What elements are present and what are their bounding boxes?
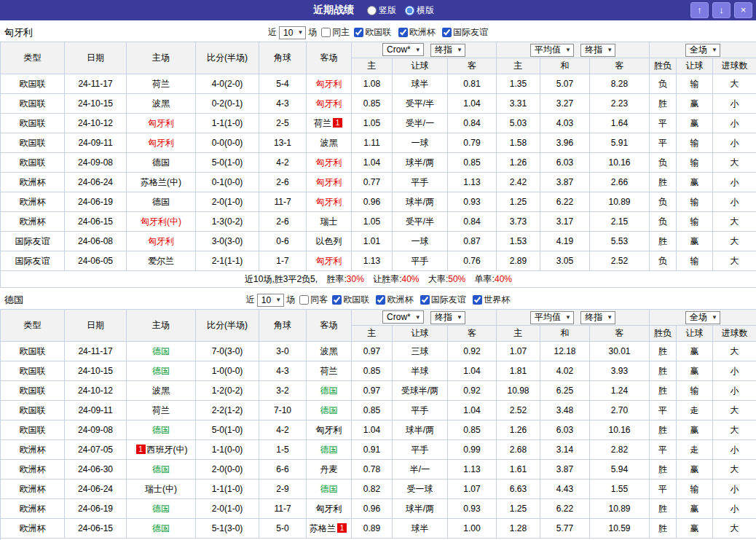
goals-result-cell: 小: [713, 480, 756, 499]
table-row: 欧洲杯 24-06-30 德国 2-0(0-0) 6-6 丹麦 0.78 半/一…: [1, 460, 756, 480]
avg-home-cell: 3.73: [497, 212, 540, 232]
same-away-checkbox-input[interactable]: [299, 295, 309, 305]
avg-away-cell: 10.16: [590, 153, 650, 173]
league-type-cell: 国际友谊: [1, 232, 65, 251]
home-team-cell: 匈牙利(中): [127, 212, 196, 232]
avg-home-cell: 3.31: [497, 94, 540, 114]
score-cell: 2-1(1-1): [196, 251, 259, 271]
league-filter-checkbox[interactable]: 欧国联: [328, 294, 369, 306]
odds-stage-select[interactable]: 终指▼: [430, 311, 465, 324]
league-type-cell: 欧国联: [1, 74, 65, 94]
col-type: 类型: [1, 42, 65, 74]
league-checkbox-input[interactable]: [354, 28, 363, 37]
result-cell: 平: [650, 440, 677, 460]
odds-stage-select[interactable]: 终指▼: [430, 44, 465, 57]
home-team-name: 匈牙利: [148, 236, 174, 246]
result-cell: 胜: [650, 499, 677, 519]
league-filter-checkbox[interactable]: 国际友谊: [438, 26, 488, 39]
handicap-result-cell: 输: [677, 133, 713, 153]
team-name: 德国: [4, 294, 23, 307]
horizontal-radio-input[interactable]: [405, 6, 414, 15]
col-avg-draw: 和: [540, 58, 590, 74]
home-team-name: 德国: [152, 366, 170, 376]
league-filter-checkbox[interactable]: 国际友谊: [416, 294, 466, 306]
odds-home-cell: 0.96: [352, 499, 393, 519]
corner-cell: 11-7: [259, 499, 307, 519]
average-stage-select[interactable]: 终指▼: [580, 311, 615, 324]
chevron-down-icon: ▼: [415, 47, 421, 53]
home-team-cell: 德国: [127, 460, 196, 480]
home-team-name: 波黑: [152, 386, 170, 396]
stat-odd-rate: 单率:40%: [475, 274, 512, 284]
score-cell: 1-2(0-2): [196, 381, 259, 401]
home-team-cell: 德国: [127, 420, 196, 440]
table-row: 欧洲杯 24-07-05 1西班牙(中) 1-1(0-0) 1-5 德国 0.9…: [1, 440, 756, 460]
goals-result-cell: 大: [713, 251, 756, 271]
home-team-cell: 波黑: [127, 94, 196, 114]
view-vertical-radio[interactable]: 竖版: [367, 4, 396, 17]
full-match-select[interactable]: 全场▼: [685, 311, 720, 324]
average-select[interactable]: 平均值▼: [530, 311, 574, 324]
date-cell: 24-06-30: [65, 460, 127, 480]
league-filter-checkbox[interactable]: 欧洲杯: [371, 294, 413, 306]
match-count-select[interactable]: 10 ▼: [279, 26, 306, 39]
date-cell: 24-09-11: [65, 401, 127, 420]
avg-draw-cell: 5.07: [540, 74, 590, 94]
away-team-cell: 苏格兰1: [307, 519, 352, 539]
score-cell: 4-0(2-0): [196, 74, 259, 94]
league-filter-checkbox[interactable]: 世界杯: [468, 294, 510, 306]
league-checkbox-input[interactable]: [398, 28, 408, 37]
full-match-select[interactable]: 全场▼: [685, 44, 720, 57]
away-team-cell: 以色列: [307, 232, 352, 251]
same-home-checkbox-input[interactable]: [321, 28, 331, 37]
bookmaker-select[interactable]: Crow*▼: [382, 310, 424, 324]
league-filter-checkbox[interactable]: 欧洲杯: [394, 26, 436, 39]
view-horizontal-radio[interactable]: 横版: [405, 4, 434, 17]
league-type-cell: 欧国联: [1, 401, 65, 420]
home-team-name: 匈牙利: [148, 118, 174, 128]
average-select[interactable]: 平均值▼: [530, 44, 574, 57]
score-cell: 1-1(1-0): [196, 114, 259, 133]
same-away-checkbox[interactable]: 同客: [295, 294, 328, 306]
score-cell: 0-2(0-1): [196, 94, 259, 114]
match-count-select[interactable]: 10 ▼: [257, 294, 284, 307]
avg-away-cell: 1.55: [590, 480, 650, 499]
odds-away-cell: 0.85: [448, 153, 497, 173]
handicap-cell: 三球: [393, 342, 448, 361]
league-filter-checkbox[interactable]: 欧国联: [350, 26, 391, 39]
away-team-name: 匈牙利: [316, 197, 342, 207]
avg-home-cell: 2.42: [497, 173, 540, 192]
table-header-row: 类型 日期 主场 比分(半场) 角球 客场 Crow*▼ 终指▼ 平均值▼ 终指…: [1, 310, 756, 326]
league-checkbox-input[interactable]: [332, 295, 342, 305]
home-team-cell: 荷兰: [127, 401, 196, 420]
avg-away-cell: 2.15: [590, 212, 650, 232]
odds-away-cell: 0.93: [448, 499, 497, 519]
corner-cell: 2-9: [259, 480, 307, 499]
bookmaker-select[interactable]: Crow*▼: [382, 43, 424, 56]
home-team-name: 德国: [152, 197, 170, 207]
move-up-button[interactable]: ↑: [690, 2, 709, 18]
league-checkbox-input[interactable]: [376, 295, 385, 305]
league-checkbox-input[interactable]: [442, 28, 452, 37]
handicap-result-cell: 走: [677, 440, 713, 460]
vertical-radio-input[interactable]: [367, 6, 377, 15]
away-team-cell: 匈牙利: [307, 420, 352, 440]
away-team-cell: 德国: [307, 381, 352, 401]
league-type-cell: 欧洲杯: [1, 480, 65, 499]
move-down-button[interactable]: ↓: [712, 2, 731, 18]
league-checkbox-input[interactable]: [420, 295, 430, 305]
goals-result-cell: 小: [713, 440, 756, 460]
avg-home-cell: 1.53: [497, 232, 540, 251]
league-checkbox-input[interactable]: [473, 295, 482, 305]
average-stage-select[interactable]: 终指▼: [580, 44, 615, 57]
avg-home-cell: 1.81: [497, 361, 540, 381]
handicap-cell: 半球: [393, 361, 448, 381]
result-cell: 胜: [650, 342, 677, 361]
table-row: 欧国联 24-10-15 德国 1-0(0-0) 4-3 荷兰 0.85 半球 …: [1, 361, 756, 381]
close-button[interactable]: ×: [734, 2, 752, 18]
avg-draw-cell: 4.43: [540, 480, 590, 499]
handicap-cell: 受一球: [393, 480, 448, 499]
same-home-checkbox[interactable]: 同主: [317, 26, 350, 39]
avg-home-cell: 1.58: [497, 133, 540, 153]
summary-cell: 近10场,胜3平2负5, 胜率:30% 让胜率:40% 大率:50% 单率:40…: [1, 271, 756, 288]
